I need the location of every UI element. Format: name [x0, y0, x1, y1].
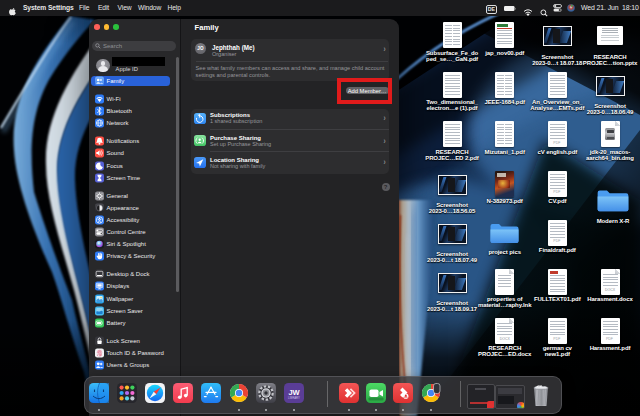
- svg-text:LIBRARY: LIBRARY: [288, 396, 300, 400]
